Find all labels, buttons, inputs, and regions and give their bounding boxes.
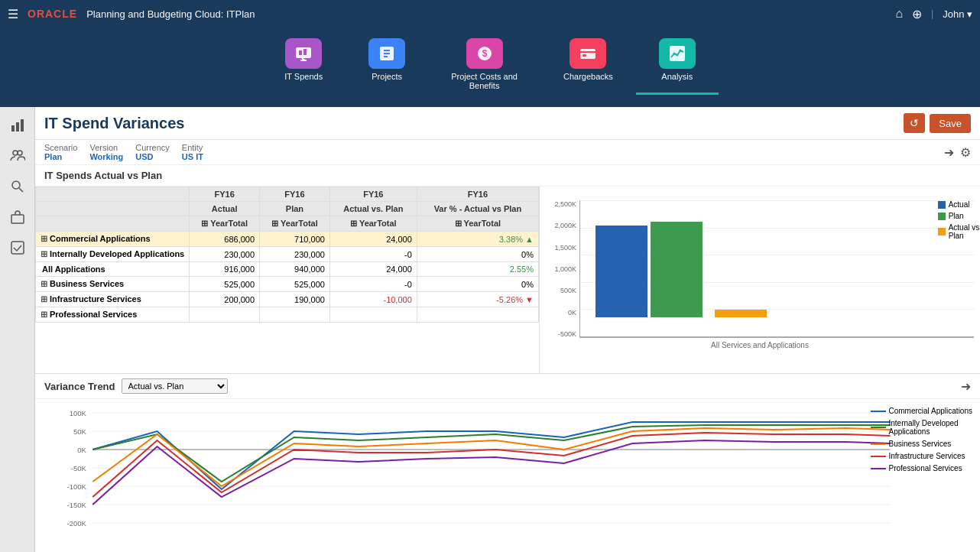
variance-bar [715,310,767,317]
col-header-2: FY16 [260,187,330,202]
analysis-label: Analysis [661,72,693,81]
top-bar: ☰ ORACLE Planning and Budgeting Cloud: I… [0,0,980,28]
col-header-4: FY16 [417,187,538,202]
svg-text:0K: 0K [77,446,86,454]
oracle-logo: ORACLE [28,8,77,20]
svg-point-16 [676,54,678,57]
app-title: Planning and Budgeting Cloud: ITPlan [86,8,255,20]
col-sub-3: Actual vs. Plan [329,202,417,216]
nav-item-costs[interactable]: $ Project Costs andBenefits [428,34,540,95]
svg-point-17 [679,50,681,52]
save-button[interactable]: Save [930,114,971,133]
scenario-value: Plan [44,152,77,161]
version-meta: Version Working [89,143,123,161]
table-row[interactable]: ⊞Infrastructure Services 200,000190,000-… [36,292,539,307]
user-menu[interactable]: John ▾ [943,8,972,20]
sidebar-chart-icon[interactable] [5,113,30,138]
nav-item-projects[interactable]: Projects [346,34,428,95]
hamburger-menu[interactable]: ☰ [8,7,18,21]
projects-label: Projects [372,72,402,81]
sidebar-search-icon[interactable] [5,174,30,199]
y-label: 2,000K [546,222,576,229]
plan-bar [651,222,703,317]
svg-rect-26 [11,242,24,254]
sidebar-check-icon[interactable] [5,235,30,260]
svg-point-22 [18,151,22,155]
projects-icon [368,38,405,69]
svg-point-23 [12,181,20,189]
home-icon[interactable]: ⌂ [895,7,903,21]
variance-chart: 100K 50K 0K -50K -100K -150K -200K [35,399,980,552]
col-header-3: FY16 [329,187,417,202]
y-label: 1,000K [546,265,576,273]
legend-variance: Actual vs.Plan [938,223,980,240]
table-row[interactable]: All Applications 916,000940,00024,0002.5… [36,262,539,277]
variance-title: Variance Trend [44,381,115,392]
svg-point-15 [673,53,675,55]
currency-label: Currency [135,143,170,152]
svg-rect-20 [21,119,24,132]
svg-text:$: $ [482,48,487,59]
legend-internally: Internally DevelopedApplications [871,419,973,436]
legend-business: Business Services [871,440,973,448]
legend-commercial: Commercial Applications [871,407,973,415]
svg-rect-18 [11,125,15,132]
entity-value: US IT [182,152,203,161]
itspends-label: IT Spends [284,72,323,81]
panel-header: IT Spend Variances ↺ Save [35,107,980,140]
col-total-2: ⊞ YearTotal [260,216,330,232]
col-sub-4: Var % - Actual vs Plan [417,202,538,216]
nav-arrow: ▲ [0,96,980,107]
chargebacks-icon [570,38,606,69]
scenario-label: Scenario [44,143,77,152]
nav-prev-icon[interactable]: ➜ [944,145,954,160]
col-header-1: FY16 [190,187,260,202]
y-label: 1,500K [546,244,576,252]
variance-dropdown[interactable]: Actual vs. Plan Var % - Actual vs Plan [122,378,228,394]
entity-meta: Entity US IT [182,143,203,161]
variance-nav-icon[interactable]: ➜ [961,380,971,393]
data-grid[interactable]: FY16 FY16 FY16 FY16 Actual Plan Actual [35,187,540,373]
content-panel: IT Spend Variances ↺ Save Scenario Plan … [35,107,980,552]
main-area: IT Spend Variances ↺ Save Scenario Plan … [0,107,980,552]
refresh-button[interactable]: ↺ [904,113,925,133]
itspends-icon [285,38,322,69]
table-row[interactable]: ⊞Business Services 525,000525,000-00% [36,277,539,292]
svg-rect-1 [299,50,302,55]
nav-item-chargebacks[interactable]: Chargebacks [540,34,636,95]
svg-rect-2 [303,49,307,55]
legend-plan: Plan [938,212,980,220]
table-row[interactable]: ⊞Internally Developed Applications 230,0… [36,247,539,262]
nav-item-itspends[interactable]: IT Spends [261,34,346,95]
svg-text:-150K: -150K [67,502,87,509]
bar-chart-area: 2,500K 2,000K 1,500K 1,000K 500K 0K -500… [540,187,980,373]
line-legend: Commercial Applications Internally Devel… [871,407,973,472]
version-value: Working [89,152,123,161]
sidebar-bag-icon[interactable] [5,205,30,229]
table-row[interactable]: ⊞Professional Services [36,307,539,323]
line-chart-svg: 100K 50K 0K -50K -100K -150K -200K [44,405,971,550]
sidebar-people-icon[interactable] [5,144,30,168]
top-bar-right: ⌂ ⊕ | John ▾ [895,7,972,21]
col-total-4: ⊞ YearTotal [417,216,538,232]
col-total-1: ⊞ YearTotal [190,216,260,232]
legend-infra: Infrastructure Services [871,452,973,460]
variance-section: Variance Trend Actual vs. Plan Var % - A… [35,373,980,552]
nav-item-analysis[interactable]: Analysis [636,34,719,95]
actual-bar [595,226,647,317]
costs-icon: $ [466,38,503,69]
svg-rect-11 [580,49,595,59]
table-row[interactable]: ⊞Commercial Applications 686,000710,0002… [36,232,539,247]
oracle-text: ORACLE [28,8,77,20]
sidebar [0,107,35,552]
svg-text:-50K: -50K [71,465,87,472]
y-label: 2,500K [546,200,576,208]
x-axis-label: All Services and Applications [546,341,974,349]
y-label: 500K [546,287,576,294]
data-area: IT Spends Actual vs Plan FY16 FY16 FY16 [35,165,980,552]
col-sub-2: Plan [260,202,330,216]
col-sub-1: Actual [190,202,260,216]
settings-icon[interactable]: ⚙ [960,145,971,160]
svg-rect-13 [582,54,586,57]
help-icon[interactable]: ⊕ [912,7,922,21]
